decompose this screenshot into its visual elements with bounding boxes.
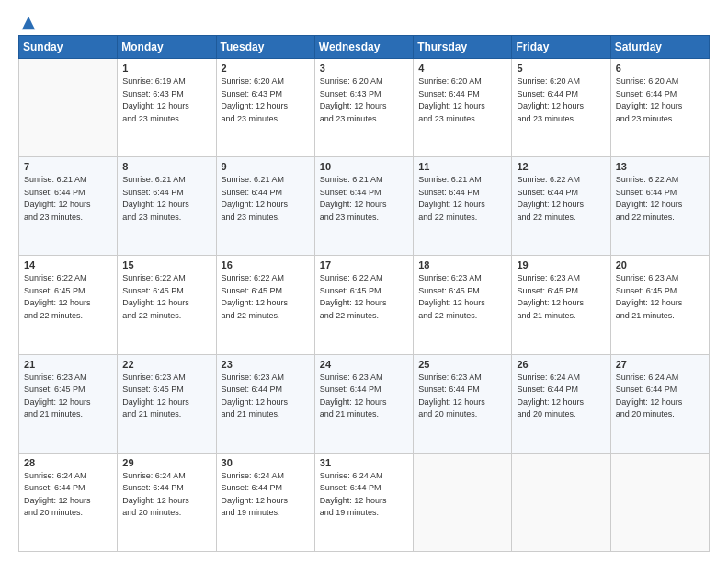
day-info: Sunrise: 6:24 AM Sunset: 6:44 PM Dayligh… — [122, 470, 210, 520]
day-number: 19 — [517, 259, 605, 270]
day-number: 3 — [320, 63, 408, 74]
day-info: Sunrise: 6:23 AM Sunset: 6:45 PM Dayligh… — [24, 372, 112, 421]
calendar-cell: 5Sunrise: 6:20 AM Sunset: 6:44 PM Daylig… — [512, 59, 610, 157]
calendar-cell: 21Sunrise: 6:23 AM Sunset: 6:45 PM Dayli… — [19, 354, 118, 453]
calendar-cell: 31Sunrise: 6:24 AM Sunset: 6:44 PM Dayli… — [314, 453, 413, 551]
day-info: Sunrise: 6:23 AM Sunset: 6:44 PM Dayligh… — [418, 372, 506, 421]
day-info: Sunrise: 6:24 AM Sunset: 6:44 PM Dayligh… — [222, 470, 310, 520]
day-info: Sunrise: 6:21 AM Sunset: 6:44 PM Dayligh… — [24, 174, 112, 224]
day-info: Sunrise: 6:22 AM Sunset: 6:44 PM Dayligh… — [517, 174, 605, 224]
day-number: 1 — [122, 63, 210, 74]
day-info: Sunrise: 6:19 AM Sunset: 6:43 PM Dayligh… — [122, 75, 210, 125]
calendar-week-row: 1Sunrise: 6:19 AM Sunset: 6:43 PM Daylig… — [19, 59, 710, 157]
calendar-day-header: Sunday — [19, 36, 118, 59]
day-number: 10 — [320, 161, 408, 172]
calendar-day-header: Saturday — [610, 36, 709, 59]
day-info: Sunrise: 6:21 AM Sunset: 6:44 PM Dayligh… — [122, 174, 210, 224]
calendar-cell: 28Sunrise: 6:24 AM Sunset: 6:44 PM Dayli… — [19, 453, 118, 551]
calendar-cell: 18Sunrise: 6:23 AM Sunset: 6:45 PM Dayli… — [414, 256, 512, 354]
calendar-day-header: Friday — [512, 36, 610, 59]
calendar-table: SundayMondayTuesdayWednesdayThursdayFrid… — [18, 35, 710, 552]
logo-icon — [20, 15, 37, 31]
day-number: 14 — [24, 259, 112, 270]
day-info: Sunrise: 6:22 AM Sunset: 6:44 PM Dayligh… — [616, 174, 704, 224]
calendar-cell: 15Sunrise: 6:22 AM Sunset: 6:45 PM Dayli… — [118, 256, 216, 354]
day-number: 24 — [320, 359, 408, 370]
day-number: 15 — [122, 259, 210, 270]
svg-marker-0 — [22, 17, 35, 29]
calendar-cell: 30Sunrise: 6:24 AM Sunset: 6:44 PM Dayli… — [216, 453, 314, 551]
calendar-cell: 8Sunrise: 6:21 AM Sunset: 6:44 PM Daylig… — [118, 157, 216, 256]
day-info: Sunrise: 6:23 AM Sunset: 6:45 PM Dayligh… — [122, 372, 210, 421]
day-info: Sunrise: 6:23 AM Sunset: 6:45 PM Dayligh… — [517, 272, 605, 322]
day-number: 17 — [320, 259, 408, 270]
day-number: 7 — [24, 161, 112, 172]
day-info: Sunrise: 6:23 AM Sunset: 6:44 PM Dayligh… — [320, 372, 408, 421]
day-info: Sunrise: 6:24 AM Sunset: 6:44 PM Dayligh… — [517, 372, 605, 421]
day-info: Sunrise: 6:22 AM Sunset: 6:45 PM Dayligh… — [222, 272, 310, 322]
calendar-cell: 1Sunrise: 6:19 AM Sunset: 6:43 PM Daylig… — [118, 59, 216, 157]
day-info: Sunrise: 6:21 AM Sunset: 6:44 PM Dayligh… — [320, 174, 408, 224]
day-info: Sunrise: 6:22 AM Sunset: 6:45 PM Dayligh… — [24, 272, 112, 322]
calendar-cell: 10Sunrise: 6:21 AM Sunset: 6:44 PM Dayli… — [314, 157, 413, 256]
calendar-cell: 4Sunrise: 6:20 AM Sunset: 6:44 PM Daylig… — [414, 59, 512, 157]
header — [18, 15, 710, 28]
day-number: 28 — [24, 457, 112, 468]
day-number: 11 — [418, 161, 506, 172]
day-info: Sunrise: 6:23 AM Sunset: 6:45 PM Dayligh… — [418, 272, 506, 322]
calendar-cell: 14Sunrise: 6:22 AM Sunset: 6:45 PM Dayli… — [19, 256, 118, 354]
calendar-cell: 26Sunrise: 6:24 AM Sunset: 6:44 PM Dayli… — [512, 354, 610, 453]
calendar-day-header: Wednesday — [314, 36, 413, 59]
day-number: 27 — [616, 359, 704, 370]
calendar-cell — [610, 453, 709, 551]
day-number: 25 — [418, 359, 506, 370]
day-info: Sunrise: 6:20 AM Sunset: 6:44 PM Dayligh… — [517, 75, 605, 125]
day-info: Sunrise: 6:23 AM Sunset: 6:44 PM Dayligh… — [222, 372, 310, 421]
calendar-cell: 2Sunrise: 6:20 AM Sunset: 6:43 PM Daylig… — [216, 59, 314, 157]
calendar-week-row: 28Sunrise: 6:24 AM Sunset: 6:44 PM Dayli… — [19, 453, 710, 551]
day-info: Sunrise: 6:20 AM Sunset: 6:44 PM Dayligh… — [418, 75, 506, 125]
day-info: Sunrise: 6:20 AM Sunset: 6:43 PM Dayligh… — [320, 75, 408, 125]
calendar-cell: 25Sunrise: 6:23 AM Sunset: 6:44 PM Dayli… — [414, 354, 512, 453]
calendar-cell: 27Sunrise: 6:24 AM Sunset: 6:44 PM Dayli… — [610, 354, 709, 453]
day-number: 5 — [517, 63, 605, 74]
calendar-cell: 23Sunrise: 6:23 AM Sunset: 6:44 PM Dayli… — [216, 354, 314, 453]
calendar-header-row: SundayMondayTuesdayWednesdayThursdayFrid… — [19, 36, 710, 59]
calendar-day-header: Thursday — [414, 36, 512, 59]
day-info: Sunrise: 6:24 AM Sunset: 6:44 PM Dayligh… — [616, 372, 704, 421]
calendar-cell: 17Sunrise: 6:22 AM Sunset: 6:45 PM Dayli… — [314, 256, 413, 354]
day-number: 21 — [24, 359, 112, 370]
day-info: Sunrise: 6:24 AM Sunset: 6:44 PM Dayligh… — [24, 470, 112, 520]
day-number: 8 — [122, 161, 210, 172]
calendar-cell: 24Sunrise: 6:23 AM Sunset: 6:44 PM Dayli… — [314, 354, 413, 453]
calendar-cell: 11Sunrise: 6:21 AM Sunset: 6:44 PM Dayli… — [414, 157, 512, 256]
day-info: Sunrise: 6:22 AM Sunset: 6:45 PM Dayligh… — [320, 272, 408, 322]
day-number: 30 — [222, 457, 310, 468]
calendar-cell: 9Sunrise: 6:21 AM Sunset: 6:44 PM Daylig… — [216, 157, 314, 256]
calendar-cell: 6Sunrise: 6:20 AM Sunset: 6:44 PM Daylig… — [610, 59, 709, 157]
calendar-cell: 3Sunrise: 6:20 AM Sunset: 6:43 PM Daylig… — [314, 59, 413, 157]
day-number: 26 — [517, 359, 605, 370]
day-number: 13 — [616, 161, 704, 172]
day-number: 9 — [222, 161, 310, 172]
calendar-cell: 7Sunrise: 6:21 AM Sunset: 6:44 PM Daylig… — [19, 157, 118, 256]
calendar-cell: 12Sunrise: 6:22 AM Sunset: 6:44 PM Dayli… — [512, 157, 610, 256]
calendar-cell: 13Sunrise: 6:22 AM Sunset: 6:44 PM Dayli… — [610, 157, 709, 256]
day-number: 29 — [122, 457, 210, 468]
day-info: Sunrise: 6:20 AM Sunset: 6:44 PM Dayligh… — [616, 75, 704, 125]
day-number: 4 — [418, 63, 506, 74]
day-number: 18 — [418, 259, 506, 270]
day-number: 16 — [222, 259, 310, 270]
day-number: 2 — [222, 63, 310, 74]
day-info: Sunrise: 6:24 AM Sunset: 6:44 PM Dayligh… — [320, 470, 408, 520]
day-number: 22 — [122, 359, 210, 370]
day-number: 23 — [222, 359, 310, 370]
calendar-cell: 29Sunrise: 6:24 AM Sunset: 6:44 PM Dayli… — [118, 453, 216, 551]
calendar-page: SundayMondayTuesdayWednesdayThursdayFrid… — [0, 0, 728, 563]
day-info: Sunrise: 6:21 AM Sunset: 6:44 PM Dayligh… — [222, 174, 310, 224]
calendar-week-row: 21Sunrise: 6:23 AM Sunset: 6:45 PM Dayli… — [19, 354, 710, 453]
day-number: 6 — [616, 63, 704, 74]
calendar-day-header: Monday — [118, 36, 216, 59]
day-info: Sunrise: 6:21 AM Sunset: 6:44 PM Dayligh… — [418, 174, 506, 224]
calendar-cell: 19Sunrise: 6:23 AM Sunset: 6:45 PM Dayli… — [512, 256, 610, 354]
